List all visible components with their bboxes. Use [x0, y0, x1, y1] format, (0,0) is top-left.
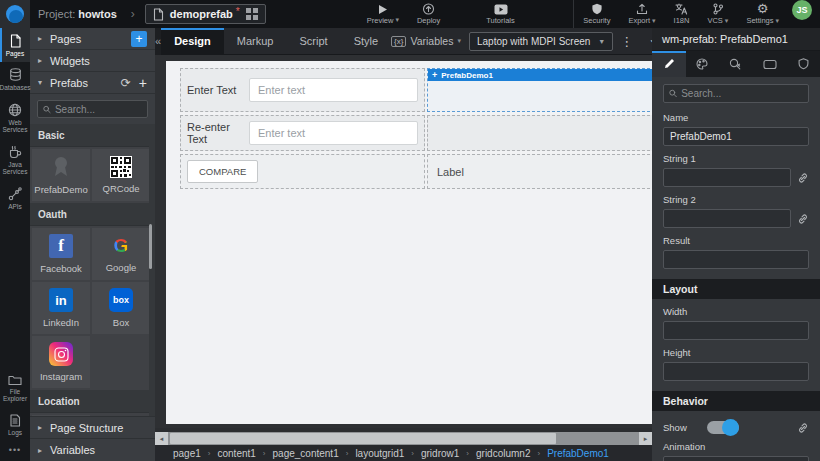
app-logo[interactable]	[0, 0, 30, 28]
animation-select[interactable]: ▼	[663, 456, 809, 461]
tab-events[interactable]	[719, 51, 753, 77]
height-label: Height	[663, 347, 809, 358]
rail-item-web-services[interactable]: Web Services	[0, 97, 30, 139]
enter-text-input[interactable]	[249, 78, 418, 102]
string1-input[interactable]	[663, 168, 791, 187]
name-input[interactable]	[663, 127, 809, 146]
compare-button[interactable]: COMPARE	[187, 160, 258, 183]
user-avatar[interactable]: JS	[792, 0, 812, 20]
bind-link-icon[interactable]	[797, 422, 809, 434]
bind-link-icon[interactable]	[797, 213, 809, 225]
section-variables[interactable]: ▸ Variables	[30, 439, 155, 461]
tab-design[interactable]: Design	[161, 28, 224, 55]
export-button[interactable]: Export▾	[619, 0, 664, 28]
tutorials-button[interactable]: Tutorials	[477, 0, 523, 28]
prefab-search[interactable]	[37, 100, 148, 118]
string2-input[interactable]	[663, 209, 791, 228]
tab-script[interactable]: Script	[287, 28, 341, 55]
rail-item-java-services[interactable]: Java Services	[0, 139, 30, 181]
topbar-tools: Security Export▾ I18N VCS▾ ⚙ Settings▾ J…	[573, 0, 820, 28]
cell-reenter-text[interactable]: Re-enter Text	[180, 115, 425, 151]
prefab-tile-location[interactable]	[32, 415, 90, 416]
tab-markup[interactable]: Markup	[224, 28, 287, 55]
section-prefabs[interactable]: ▾ Prefabs ⟳ +	[30, 72, 155, 94]
scroll-left-arrow[interactable]: ◂	[155, 432, 168, 445]
rail-item-logs[interactable]: Logs	[0, 408, 30, 441]
breadcrumb-gridrow1[interactable]: gridrow1	[421, 448, 459, 459]
prefab-search-input[interactable]	[55, 104, 142, 115]
result-input[interactable]	[663, 250, 809, 269]
tab-security[interactable]	[786, 51, 820, 77]
prefab-tile-prefabdemo[interactable]: PrefabDemo	[32, 149, 90, 201]
show-toggle[interactable]	[707, 421, 739, 434]
property-search[interactable]	[663, 84, 809, 103]
rail-item-apis[interactable]: APIs	[0, 181, 30, 215]
import-prefab-button[interactable]: +	[139, 75, 147, 91]
result-label-widget: Label	[434, 166, 464, 178]
layout-grid[interactable]: Enter Text + PrefabDemo1 Re-enter	[180, 68, 652, 192]
reenter-text-input[interactable]	[249, 121, 418, 145]
selected-prefab-widget[interactable]: + PrefabDemo1	[427, 68, 652, 112]
panel-scrollbar[interactable]	[149, 124, 152, 416]
scroll-thumb[interactable]	[170, 433, 556, 444]
property-search-input[interactable]	[681, 88, 803, 99]
canvas-area: « Design Markup Script Style {x} Variabl…	[155, 28, 652, 461]
section-page-structure[interactable]: ▸ Page Structure	[30, 417, 155, 439]
pages-grid-icon[interactable]	[246, 8, 258, 20]
design-canvas[interactable]: Enter Text + PrefabDemo1 Re-enter	[166, 61, 652, 424]
breadcrumb-layoutgrid1[interactable]: layoutgrid1	[355, 448, 404, 459]
bind-link-icon[interactable]	[797, 172, 809, 184]
rail-item-pages[interactable]: Pages	[0, 28, 30, 62]
facebook-icon: f	[49, 234, 73, 258]
preview-button[interactable]: Preview▾	[358, 0, 408, 28]
shield-icon	[591, 3, 603, 15]
page-tab-demoprefab[interactable]: demoprefab *	[145, 4, 266, 24]
widget-selection-bar[interactable]: + PrefabDemo1	[428, 69, 652, 81]
prefab-tile-google[interactable]: G Google	[92, 228, 150, 280]
i18n-button[interactable]: I18N	[665, 0, 699, 28]
cell-enter-text[interactable]: Enter Text	[180, 68, 425, 112]
scroll-right-arrow[interactable]: ▸	[639, 432, 652, 445]
prefab-tile-facebook[interactable]: f Facebook	[32, 228, 90, 280]
api-icon	[8, 187, 22, 201]
section-widgets[interactable]: ▸ Widgets	[30, 50, 155, 72]
empty-cell[interactable]	[427, 115, 652, 151]
rail-item-file-explorer[interactable]: File Explorer	[0, 368, 30, 408]
height-input[interactable]	[663, 362, 809, 381]
section-pages[interactable]: ▸ Pages +	[30, 28, 155, 50]
breadcrumb-page1[interactable]: page1	[173, 448, 201, 459]
tab-device[interactable]	[753, 51, 787, 77]
variables-button[interactable]: {x} Variables ▾	[391, 35, 461, 47]
breadcrumb-content1[interactable]: content1	[217, 448, 255, 459]
rail-more-button[interactable]: •••	[0, 441, 30, 461]
vcs-button[interactable]: VCS▾	[698, 0, 737, 28]
tab-properties[interactable]	[652, 51, 686, 77]
breadcrumb-gridcolumn2[interactable]: gridcolumn2	[476, 448, 530, 459]
breadcrumb-page-content1[interactable]: page_content1	[273, 448, 339, 459]
canvas-hscrollbar[interactable]: ◂ ▸	[155, 432, 652, 445]
page-icon	[153, 8, 164, 21]
security-button[interactable]: Security	[574, 0, 619, 28]
canvas-menu-button[interactable]: ⋮	[620, 34, 633, 49]
shield-outline-icon	[798, 58, 809, 70]
prefab-tile-linkedin[interactable]: in LinkedIn	[32, 282, 90, 334]
device-selector[interactable]: Laptop with MDPI Screen ▼	[469, 32, 613, 51]
rail-item-databases[interactable]: Databases	[0, 62, 30, 96]
deploy-button[interactable]: Deploy	[408, 0, 449, 28]
cell-compare[interactable]: COMPARE	[180, 154, 425, 189]
project-value: howtos	[78, 8, 117, 20]
prefab-tile-instagram[interactable]: Instagram	[32, 336, 90, 388]
string2-label: String 2	[663, 194, 809, 205]
ribbon-icon	[50, 155, 72, 179]
prefab-tile-box[interactable]: box Box	[92, 282, 150, 334]
refresh-icon[interactable]: ⟳	[121, 76, 131, 90]
add-page-button[interactable]: +	[131, 31, 147, 47]
tab-styles[interactable]	[686, 51, 720, 77]
prefab-tile-qrcode[interactable]: QRCode	[92, 149, 150, 201]
settings-button[interactable]: ⚙ Settings▾	[737, 0, 788, 28]
cell-label[interactable]: Label	[427, 154, 652, 189]
width-input[interactable]	[663, 321, 809, 340]
tab-style[interactable]: Style	[341, 28, 391, 55]
qrcode-icon	[110, 156, 132, 178]
breadcrumb-prefabdemo1[interactable]: PrefabDemo1	[547, 448, 609, 459]
